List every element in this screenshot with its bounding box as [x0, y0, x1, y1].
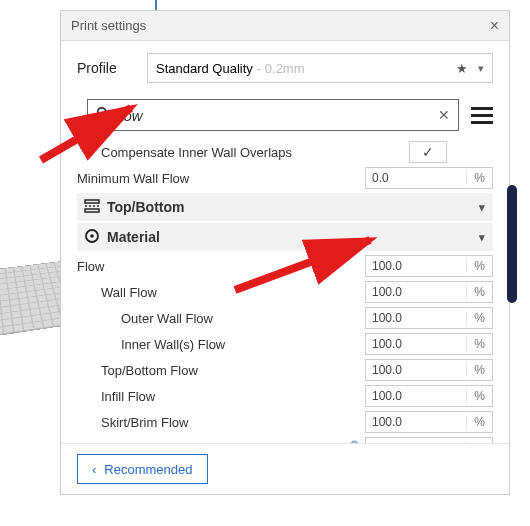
- profile-row: Profile Standard Quality - 0.2mm ★ ▾: [61, 41, 509, 89]
- outer-wall-flow-input[interactable]: 100.0 %: [365, 307, 493, 329]
- row-outer-wall-flow: Outer Wall Flow 100.0 %: [77, 305, 493, 331]
- minimum-wall-flow-input[interactable]: 0.0 %: [365, 167, 493, 189]
- row-infill-flow: Infill Flow 100.0 %: [77, 383, 493, 409]
- svg-rect-4: [85, 209, 99, 212]
- svg-point-6: [90, 234, 94, 238]
- panel-title: Print settings: [71, 18, 146, 33]
- setting-label: Infill Flow: [101, 389, 365, 404]
- link-icon[interactable]: 🔗: [342, 440, 359, 443]
- section-label: Material: [107, 229, 479, 245]
- panel-footer: ‹ Recommended: [61, 443, 509, 494]
- section-material[interactable]: Material ▾: [77, 223, 493, 251]
- scrollbar-thumb[interactable]: [507, 185, 517, 303]
- wall-flow-input[interactable]: 100.0 %: [365, 281, 493, 303]
- hamburger-menu-icon[interactable]: [471, 107, 493, 124]
- setting-label: Support Flow: [101, 441, 342, 444]
- clear-search-icon[interactable]: ✕: [438, 107, 450, 123]
- profile-label: Profile: [77, 60, 147, 76]
- close-icon[interactable]: ×: [490, 17, 499, 35]
- setting-label: Wall Flow: [101, 285, 365, 300]
- material-icon: [77, 228, 107, 247]
- row-support-flow: Support Flow 🔗 100.0 %: [77, 435, 493, 443]
- setting-label: Inner Wall(s) Flow: [121, 337, 365, 352]
- profile-suffix: - 0.2mm: [257, 61, 305, 76]
- chevron-down-icon: ▾: [478, 62, 484, 75]
- setting-label: Flow: [77, 259, 365, 274]
- setting-label: Outer Wall Flow: [121, 311, 365, 326]
- row-minimum-wall-flow: Minimum Wall Flow 0.0 %: [77, 165, 493, 191]
- profile-dropdown[interactable]: Standard Quality - 0.2mm ★ ▾: [147, 53, 493, 83]
- star-icon[interactable]: ★: [456, 61, 468, 76]
- recommended-button[interactable]: ‹ Recommended: [77, 454, 208, 484]
- print-settings-panel: Print settings × Profile Standard Qualit…: [60, 10, 510, 495]
- inner-walls-flow-input[interactable]: 100.0 %: [365, 333, 493, 355]
- row-top-bottom-flow: Top/Bottom Flow 100.0 %: [77, 357, 493, 383]
- top-bottom-icon: [77, 199, 107, 216]
- svg-point-0: [98, 108, 106, 116]
- checkbox[interactable]: ✓: [409, 141, 447, 163]
- chevron-left-icon: ‹: [92, 462, 96, 477]
- recommended-label: Recommended: [104, 462, 192, 477]
- setting-label: Compensate Inner Wall Overlaps: [101, 145, 409, 160]
- search-box[interactable]: ✕: [87, 99, 459, 131]
- search-input[interactable]: [116, 107, 438, 124]
- setting-label: Top/Bottom Flow: [101, 363, 365, 378]
- search-icon: [96, 106, 110, 124]
- row-skirt-brim-flow: Skirt/Brim Flow 100.0 %: [77, 409, 493, 435]
- section-label: Top/Bottom: [107, 199, 479, 215]
- row-inner-walls-flow: Inner Wall(s) Flow 100.0 %: [77, 331, 493, 357]
- skirt-brim-flow-input[interactable]: 100.0 %: [365, 411, 493, 433]
- profile-value: Standard Quality: [156, 61, 253, 76]
- row-flow: Flow 100.0 %: [77, 253, 493, 279]
- chevron-down-icon: ▾: [479, 201, 485, 214]
- row-compensate-inner-wall-overlaps: Compensate Inner Wall Overlaps ✓: [77, 139, 493, 165]
- svg-line-1: [105, 115, 109, 119]
- support-flow-input[interactable]: 100.0 %: [365, 437, 493, 443]
- infill-flow-input[interactable]: 100.0 %: [365, 385, 493, 407]
- section-top-bottom[interactable]: Top/Bottom ▾: [77, 193, 493, 221]
- setting-label: Skirt/Brim Flow: [101, 415, 365, 430]
- chevron-down-icon: ▾: [479, 231, 485, 244]
- row-wall-flow: Wall Flow 100.0 %: [77, 279, 493, 305]
- search-row: ✕: [61, 89, 509, 139]
- flow-input[interactable]: 100.0 %: [365, 255, 493, 277]
- settings-list: Compensate Inner Wall Overlaps ✓ Minimum…: [61, 139, 509, 443]
- panel-titlebar: Print settings ×: [61, 11, 509, 41]
- top-bottom-flow-input[interactable]: 100.0 %: [365, 359, 493, 381]
- setting-label: Minimum Wall Flow: [77, 171, 365, 186]
- svg-rect-2: [85, 200, 99, 203]
